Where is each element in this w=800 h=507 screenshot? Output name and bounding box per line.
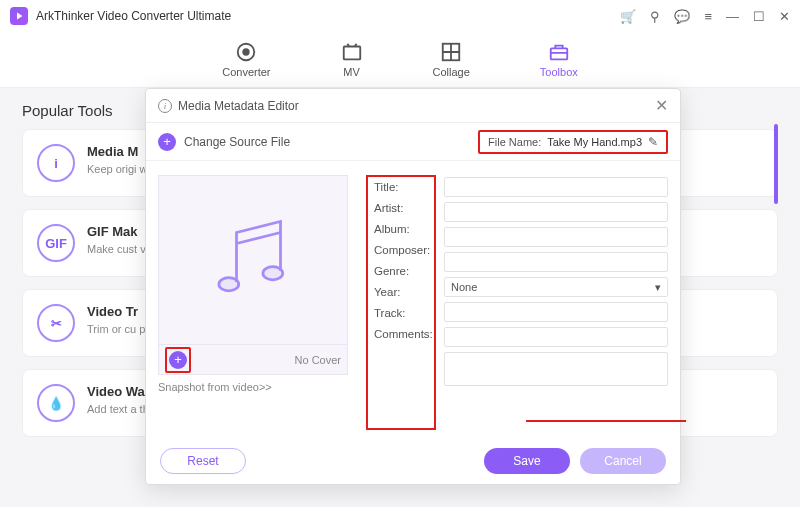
dialog-title: Media Metadata Editor (178, 99, 299, 113)
label-artist: Artist: (374, 202, 428, 214)
tab-mv[interactable]: MV (341, 41, 363, 78)
labels-column: Title: Artist: Album: Composer: Genre: Y… (366, 175, 436, 430)
minimize-icon[interactable]: — (726, 9, 739, 24)
genre-select[interactable]: None▾ (444, 277, 668, 297)
cancel-button[interactable]: Cancel (580, 448, 666, 474)
filename-value: Take My Hand.mp3 (547, 136, 642, 148)
svg-point-5 (219, 278, 239, 291)
cover-area: + No Cover Snapshot from video>> (158, 175, 348, 430)
collage-icon (440, 41, 462, 63)
reset-button[interactable]: Reset (160, 448, 246, 474)
close-window-icon[interactable]: ✕ (779, 9, 790, 24)
gif-icon: GIF (37, 224, 75, 262)
metadata-editor-dialog: i Media Metadata Editor ✕ + Change Sourc… (145, 88, 681, 485)
title-field[interactable] (444, 177, 668, 197)
label-genre: Genre: (374, 265, 428, 277)
inputs-column: None▾ (436, 175, 668, 430)
filename-label: File Name: (488, 136, 541, 148)
app-logo (10, 7, 28, 25)
save-button[interactable]: Save (484, 448, 570, 474)
feedback-icon[interactable]: 💬 (674, 9, 690, 24)
dialog-footer: Reset Save Cancel (146, 438, 680, 484)
filename-box: File Name: Take My Hand.mp3 ✎ (478, 130, 668, 154)
mv-icon (341, 41, 363, 63)
drop-icon: 💧 (37, 384, 75, 422)
label-album: Album: (374, 223, 428, 235)
music-notes-icon (198, 205, 308, 315)
tab-converter[interactable]: Converter (222, 41, 270, 78)
cart-icon[interactable]: 🛒 (620, 9, 636, 24)
converter-icon (235, 41, 257, 63)
dialog-toolbar: + Change Source File File Name: Take My … (146, 123, 680, 161)
change-source-button[interactable]: Change Source File (184, 135, 290, 149)
accent-scrollbar[interactable] (774, 124, 778, 204)
metadata-form: Title: Artist: Album: Composer: Genre: Y… (366, 175, 668, 430)
tab-toolbox[interactable]: Toolbox (540, 41, 578, 78)
cover-preview (158, 175, 348, 345)
titlebar-controls: 🛒 ⚲ 💬 ≡ — ☐ ✕ (620, 9, 790, 24)
svg-point-1 (244, 49, 250, 55)
dialog-body: + No Cover Snapshot from video>> Title: … (146, 161, 680, 438)
svg-point-6 (263, 267, 283, 280)
info-icon: i (158, 99, 172, 113)
menu-icon[interactable]: ≡ (704, 9, 712, 24)
main-tabs: Converter MV Collage Toolbox (0, 32, 800, 88)
artist-field[interactable] (444, 202, 668, 222)
maximize-icon[interactable]: ☐ (753, 9, 765, 24)
year-field[interactable] (444, 302, 668, 322)
label-title: Title: (374, 181, 428, 193)
toolbox-icon (548, 41, 570, 63)
album-field[interactable] (444, 227, 668, 247)
label-track: Track: (374, 307, 428, 319)
chevron-down-icon: ▾ (655, 281, 661, 294)
comments-field[interactable] (444, 352, 668, 386)
dialog-header: i Media Metadata Editor ✕ (146, 89, 680, 123)
composer-field[interactable] (444, 252, 668, 272)
svg-rect-4 (551, 48, 568, 59)
add-cover-button[interactable]: + (165, 347, 191, 373)
tab-collage[interactable]: Collage (433, 41, 470, 78)
add-source-icon[interactable]: + (158, 133, 176, 151)
annotation-line (526, 420, 686, 422)
snapshot-link[interactable]: Snapshot from video>> (158, 381, 348, 393)
scissors-icon: ✂ (37, 304, 75, 342)
label-comments: Comments: (374, 328, 428, 340)
no-cover-label: No Cover (295, 354, 341, 366)
label-composer: Composer: (374, 244, 428, 256)
edit-filename-icon[interactable]: ✎ (648, 135, 658, 149)
key-icon[interactable]: ⚲ (650, 9, 660, 24)
label-year: Year: (374, 286, 428, 298)
titlebar-left: ArkThinker Video Converter Ultimate (10, 7, 231, 25)
track-field[interactable] (444, 327, 668, 347)
cover-actions: + No Cover (158, 345, 348, 375)
svg-rect-2 (343, 47, 360, 60)
info-icon: i (37, 144, 75, 182)
app-title: ArkThinker Video Converter Ultimate (36, 9, 231, 23)
close-icon[interactable]: ✕ (655, 96, 668, 115)
titlebar: ArkThinker Video Converter Ultimate 🛒 ⚲ … (0, 0, 800, 32)
